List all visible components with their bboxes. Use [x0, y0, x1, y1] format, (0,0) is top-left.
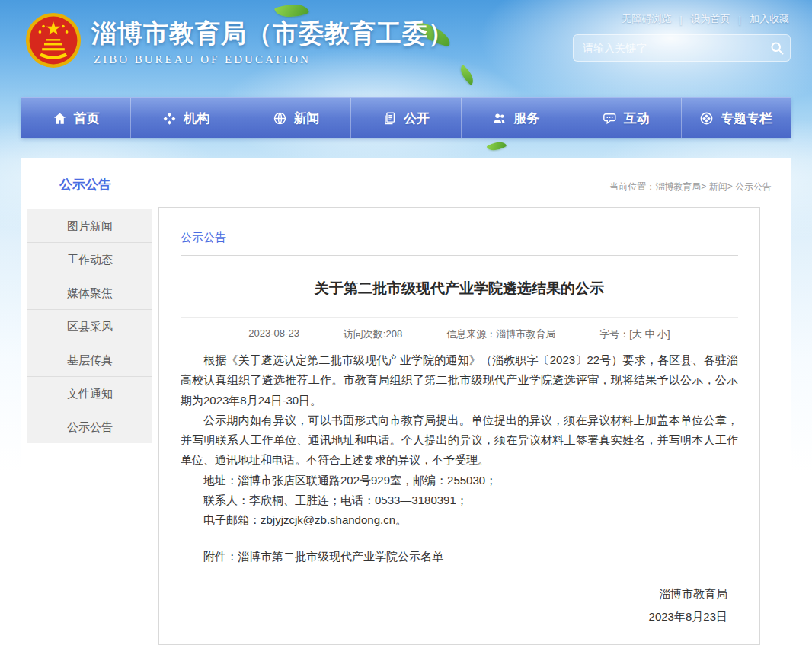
signature-date: 2023年8月23日 — [181, 605, 727, 628]
nav-label: 专题专栏 — [721, 110, 772, 127]
nav-item-interaction[interactable]: 互动 — [571, 98, 680, 138]
nav-label: 新闻 — [294, 110, 320, 127]
sidebar-item-picture-news[interactable]: 图片新闻 — [27, 209, 152, 243]
nav-item-special-columns[interactable]: 专题专栏 — [681, 98, 791, 138]
nav-item-disclosure[interactable]: 公开 — [350, 98, 460, 138]
nav-item-services[interactable]: 服务 — [461, 98, 571, 138]
nav-label: 首页 — [74, 110, 100, 127]
nav-label: 互动 — [624, 110, 650, 127]
sidebar-item-work-dynamics[interactable]: 工作动态 — [27, 243, 152, 276]
site-title: 淄博市教育局（市委教育工委） — [91, 17, 454, 51]
sidebar-item-district-county[interactable]: 区县采风 — [27, 310, 152, 343]
nav-item-news[interactable]: 新闻 — [241, 98, 350, 138]
petal-circle-icon — [699, 111, 714, 126]
paragraph: 公示期内如有异议，可以书面形式向市教育局提出。单位提出的异议，须在异议材料上加盖… — [181, 410, 738, 471]
documents-icon — [382, 111, 397, 126]
site-header: 淄博市教育局（市委教育工委） ZIBO BUREAU OF EDUCATION … — [0, 0, 812, 97]
article-body: 根据《关于遴选认定第二批市级现代产业学院的通知》（淄教职字〔2023〕22号）要… — [181, 350, 738, 628]
site-subtitle: ZIBO BUREAU OF EDUCATION — [94, 53, 311, 66]
site-search — [573, 34, 791, 62]
sidebar-item-documents-notices[interactable]: 文件通知 — [27, 377, 152, 410]
signature-block: 淄博市教育局 2023年8月23日 — [181, 583, 738, 628]
set-homepage-link[interactable]: 设为首页 — [691, 12, 730, 26]
article-container: 公示公告 关于第二批市级现代产业学院遴选结果的公示 2023-08-23 访问次… — [158, 207, 760, 645]
paragraph: 根据《关于遴选认定第二批市级现代产业学院的通知》（淄教职字〔2023〕22号）要… — [181, 350, 738, 410]
article-meta: 2023-08-23 访问次数:208 信息来源：淄博市教育局 字号：[大 中 … — [181, 317, 738, 341]
home-icon — [53, 111, 67, 126]
nav-item-home[interactable]: 首页 — [21, 98, 130, 138]
article-title: 关于第二批市级现代产业学院遴选结果的公示 — [181, 279, 738, 299]
divider — [181, 255, 738, 256]
info-source: 信息来源：淄博市教育局 — [446, 327, 555, 341]
nav-item-organization[interactable]: 机构 — [130, 98, 240, 138]
nav-label: 公开 — [404, 110, 430, 127]
breadcrumb[interactable]: 当前位置：淄博教育局> 新闻> 公示公告 — [609, 180, 772, 193]
search-icon[interactable] — [764, 35, 790, 61]
sidebar-menu: 图片新闻 工作动态 媒体聚焦 区县采风 基层传真 文件通知 公示公告 — [27, 209, 152, 443]
contact-address: 地址：淄博市张店区联通路202号929室，邮编：255030； — [181, 471, 738, 490]
contact-email: 电子邮箱：zbjyjzcjk@zb.shandong.cn。 — [181, 510, 738, 530]
link-divider: | — [739, 14, 741, 25]
contact-info: 地址：淄博市张店区联通路202号929室，邮编：255030； 联系人：李欣桐、… — [181, 471, 738, 531]
main-nav: 首页 机构 新闻 公开 服务 互动 专题专栏 — [21, 97, 791, 138]
nav-label: 机构 — [184, 110, 209, 127]
publish-date: 2023-08-23 — [248, 327, 299, 341]
attachment-link[interactable]: 附件：淄博市第二批市级现代产业学院公示名单 — [181, 547, 738, 567]
accessibility-link[interactable]: 无障碍浏览 — [622, 12, 671, 26]
main-panel: 公示公告 当前位置：淄博教育局> 新闻> 公示公告 图片新闻 工作动态 媒体聚焦… — [21, 158, 791, 645]
people-icon — [492, 111, 507, 126]
visit-count: 访问次数:208 — [344, 327, 402, 341]
search-input[interactable] — [574, 42, 764, 54]
leaf-decoration — [487, 138, 507, 155]
link-divider: | — [679, 14, 682, 25]
chat-icon — [603, 111, 617, 126]
org-icon — [162, 111, 177, 126]
sidebar-item-public-announcements[interactable]: 公示公告 — [27, 410, 152, 443]
add-favorite-link[interactable]: 加入收藏 — [750, 12, 789, 26]
national-emblem-logo — [25, 12, 82, 69]
nav-label: 服务 — [513, 110, 539, 127]
page-title: 公示公告 — [59, 176, 111, 193]
contact-persons: 联系人：李欣桐、王胜连；电话：0533—3180391； — [181, 490, 738, 510]
globe-icon — [273, 111, 287, 126]
font-size-control[interactable]: 字号：[大 中 小] — [599, 327, 670, 341]
signature-org: 淄博市教育局 — [181, 583, 727, 605]
utility-links: 无障碍浏览 | 设为首页 | 加入收藏 — [622, 12, 789, 26]
sidebar-item-media-focus[interactable]: 媒体聚焦 — [27, 276, 152, 310]
sidebar-item-grassroots[interactable]: 基层传真 — [27, 343, 152, 377]
page: 淄博市教育局（市委教育工委） ZIBO BUREAU OF EDUCATION … — [0, 0, 812, 645]
article-category-label[interactable]: 公示公告 — [181, 231, 738, 245]
